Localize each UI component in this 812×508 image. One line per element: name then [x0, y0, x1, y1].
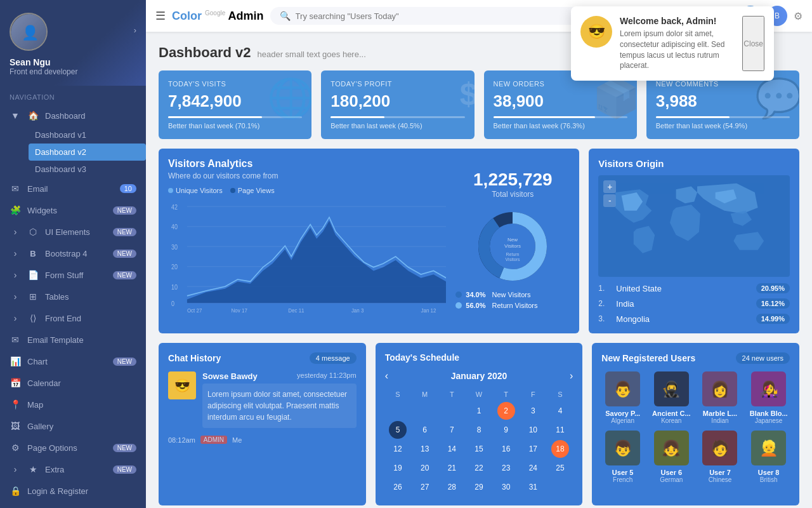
user-name-2: Ancient C... [650, 410, 693, 417]
sidebar-item-login-register[interactable]: 🔒 Login & Register [0, 480, 146, 502]
svg-text:42: 42 [171, 203, 178, 211]
cal-day-14[interactable]: 14 [443, 440, 461, 458]
return-visitors-dot [455, 302, 462, 309]
stat-icon-profit: $ [460, 76, 475, 112]
cal-day-5[interactable]: 5 [389, 421, 407, 439]
chat-admin-row: 08:12am ADMIN Me [168, 436, 357, 444]
sidebar-item-gallery[interactable]: 🖼 Gallery [0, 415, 146, 437]
sidebar-item-dashboard-v2[interactable]: Dashboard v2 [29, 144, 146, 161]
stat-card-comments: NEW COMMENTS 3,988 Better than last week… [646, 70, 799, 139]
cal-day-18[interactable]: 18 [551, 440, 569, 458]
sidebar-item-tables[interactable]: › ⊞ Tables [0, 286, 146, 307]
schedule-card-header: Today's Schedule [385, 352, 573, 363]
ui-elements-icon: ⬡ [27, 227, 39, 237]
cal-day-25[interactable]: 25 [551, 459, 569, 477]
user-avatar-8: 👱 [751, 431, 786, 465]
cal-day-28[interactable]: 28 [443, 478, 461, 496]
cal-day-26[interactable]: 26 [389, 478, 407, 496]
sidebar-item-ui-elements[interactable]: › ⬡ UI Elements NEW [0, 221, 146, 243]
hamburger-button[interactable]: ☰ [155, 9, 166, 23]
dashboard-subnav: Dashboard v1 Dashboard v2 Dashboard v3 [0, 126, 146, 178]
user-item-7[interactable]: 🧑 User 7 Chinese [699, 431, 742, 483]
cal-day-17[interactable]: 17 [524, 440, 542, 458]
brand-google: Google [205, 10, 225, 17]
cal-day-29[interactable]: 29 [470, 478, 488, 496]
svg-text:New: New [508, 237, 518, 243]
cal-day-empty-1 [389, 402, 407, 420]
notif-close-button[interactable]: Close [742, 16, 764, 71]
sidebar-item-front-end[interactable]: › ⟨⟩ Front End [0, 307, 146, 329]
user-item-8[interactable]: 👱 User 8 British [747, 431, 790, 483]
sidebar-item-page-options[interactable]: ⚙ Page Options NEW [0, 437, 146, 458]
user-item-2[interactable]: 🥷 Ancient C... Korean [650, 371, 693, 424]
cal-day-30[interactable]: 30 [497, 478, 515, 496]
cal-day-11[interactable]: 11 [551, 421, 569, 439]
sidebar-item-dashboard[interactable]: ▼ 🏠 Dashboard [0, 105, 146, 126]
user-name-4: Blank Blo... [747, 410, 790, 417]
cal-day-13[interactable]: 13 [416, 440, 434, 458]
sidebar-item-extra[interactable]: › ★ Extra NEW [0, 458, 146, 480]
user-item-5[interactable]: 👦 User 5 French [601, 431, 644, 483]
cal-day-2[interactable]: 2 [497, 402, 515, 420]
cal-day-19[interactable]: 19 [389, 459, 407, 477]
sidebar-profile: 👤 Sean Ngu Front end developer › [0, 0, 146, 86]
users-grid: 👨 Savory P... Algerian 🥷 Ancient C... Ko… [601, 371, 790, 483]
main-content: ☰ Color Google Admin 🔍 A B ⚙ 😎 Welcome b… [146, 0, 812, 508]
profile-arrow[interactable]: › [134, 25, 136, 35]
cal-day-12[interactable]: 12 [389, 440, 407, 458]
sidebar-item-calendar[interactable]: 📅 Calendar [0, 372, 146, 394]
cal-day-6[interactable]: 6 [416, 421, 434, 439]
sidebar-item-dashboard-v1[interactable]: Dashboard v1 [29, 126, 146, 144]
origin-list: 1. United State 20.95% 2. India 16.12% 3… [598, 283, 790, 324]
cal-day-20[interactable]: 20 [416, 459, 434, 477]
origin-item-2: 2. India 16.12% [598, 298, 790, 309]
user-avatar-2: 🥷 [654, 371, 689, 406]
user-item-1[interactable]: 👨 Savory P... Algerian [601, 371, 644, 424]
calendar-prev-button[interactable]: ‹ [385, 370, 388, 382]
notif-text: Lorem ipsum dolor sit amet, consectetur … [620, 29, 735, 71]
brand-color: Color [172, 10, 202, 22]
cal-day-4[interactable]: 4 [551, 402, 569, 420]
chat-badge: 4 message [310, 352, 357, 364]
cal-day-16[interactable]: 16 [497, 440, 515, 458]
stat-cards-row: TODAY'S VISITS 7,842,900 Better than las… [159, 70, 799, 139]
sidebar-item-widgets[interactable]: 🧩 Widgets NEW [0, 199, 146, 221]
sidebar-item-version[interactable]: ⊞ Version NEW [0, 502, 146, 508]
page-title: Dashboard v2 [159, 44, 251, 61]
cal-day-3[interactable]: 3 [524, 402, 542, 420]
cal-day-15[interactable]: 15 [470, 440, 488, 458]
sidebar-item-bootstrap4[interactable]: › B Bootstrap 4 NEW [0, 243, 146, 264]
user-item-3[interactable]: 👩 Marble L... Indian [699, 371, 742, 424]
analytics-title: Visitors Analytics [168, 158, 446, 170]
svg-text:Return: Return [506, 252, 520, 257]
sidebar-item-email[interactable]: ✉ Email 10 [0, 178, 146, 199]
user-country-8: British [747, 476, 790, 483]
origin-item-1: 1. United State 20.95% [598, 283, 790, 293]
cal-day-7[interactable]: 7 [443, 421, 461, 439]
map-icon: 📍 [10, 399, 21, 410]
cal-day-31[interactable]: 31 [524, 478, 542, 496]
sidebar-item-chart[interactable]: 📊 Chart NEW [0, 351, 146, 372]
cal-day-9[interactable]: 9 [497, 421, 515, 439]
calendar-next-button[interactable]: › [570, 370, 573, 382]
gear-icon[interactable]: ⚙ [794, 10, 802, 22]
sidebar-item-dashboard-v3[interactable]: Dashboard v3 [29, 161, 146, 178]
cal-day-27[interactable]: 27 [416, 478, 434, 496]
cal-day-1[interactable]: 1 [470, 402, 488, 420]
sidebar-item-form-stuff[interactable]: › 📄 Form Stuff NEW [0, 264, 146, 286]
sidebar-item-map[interactable]: 📍 Map [0, 394, 146, 415]
user-item-4[interactable]: 👩‍🎤 Blank Blo... Japanese [747, 371, 790, 424]
svg-text:Visitors: Visitors [506, 257, 520, 262]
cal-day-8[interactable]: 8 [470, 421, 488, 439]
user-item-6[interactable]: 👧 User 6 German [650, 431, 693, 483]
cal-day-10[interactable]: 10 [524, 421, 542, 439]
stat-progress-bar-comments [656, 116, 730, 118]
stat-value-profit: 180,200 [331, 91, 464, 111]
cal-day-22[interactable]: 22 [470, 459, 488, 477]
sidebar-item-email-template[interactable]: ✉ Email Template [0, 329, 146, 351]
arrow-icon: › [10, 464, 21, 474]
cal-day-24[interactable]: 24 [524, 459, 542, 477]
cal-day-21[interactable]: 21 [443, 459, 461, 477]
cal-day-23[interactable]: 23 [497, 459, 515, 477]
user-name-6: User 6 [650, 469, 693, 476]
